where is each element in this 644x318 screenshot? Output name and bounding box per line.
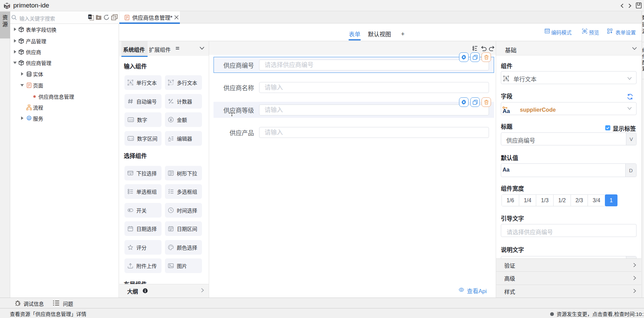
svg-text:Aa: Aa [503,108,510,114]
svg-text:A: A [505,76,508,80]
svg-text:fn: fn [89,15,91,18]
